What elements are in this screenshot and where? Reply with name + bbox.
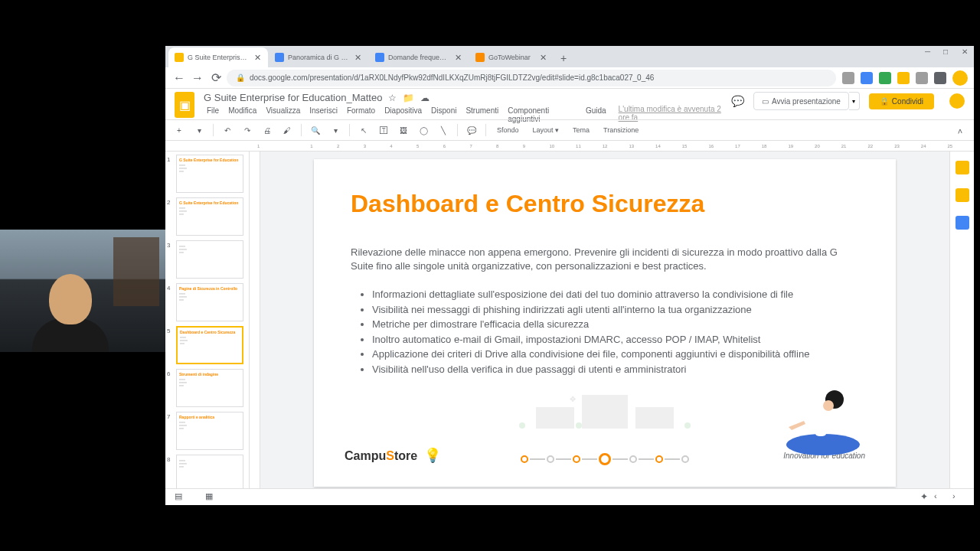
extension-icon[interactable] bbox=[842, 72, 854, 84]
slide-thumbnail[interactable]: Rapporti e analitica━━━━━━━━━━━━ bbox=[176, 412, 243, 450]
tab-close-icon[interactable]: ✕ bbox=[453, 53, 462, 62]
tab-close-icon[interactable]: ✕ bbox=[538, 53, 547, 62]
bullet-item[interactable]: Visibilità nei messaggi di phishing indi… bbox=[372, 302, 859, 318]
app-header: ▣ G Suite Enterprise for Education_Matte… bbox=[165, 89, 974, 119]
paint-format-button[interactable]: 🖌 bbox=[279, 122, 295, 138]
slide-number: 6 bbox=[167, 370, 170, 377]
extension-icon[interactable] bbox=[861, 72, 873, 84]
slide-number: 1 bbox=[167, 156, 170, 163]
new-slide-dropdown[interactable]: ▾ bbox=[191, 122, 207, 138]
textbox-tool[interactable]: 🅃 bbox=[376, 122, 391, 138]
tab-title: Domande frequenti su G Suite E bbox=[388, 54, 450, 61]
slide-thumbnail[interactable]: Dashboard e Centro Sicurezza━━━━━━━━━━━━ bbox=[176, 326, 243, 364]
explore-button[interactable]: ✦ bbox=[920, 491, 928, 504]
extension-icon[interactable] bbox=[897, 72, 910, 84]
star-icon[interactable]: ☆ bbox=[388, 93, 397, 103]
svg-point-3 bbox=[823, 400, 834, 411]
status-bar: ▤ ▦ ✦ ‹ › bbox=[165, 488, 974, 505]
tab-close-icon[interactable]: ✕ bbox=[253, 53, 262, 62]
extension-icon[interactable] bbox=[879, 72, 891, 84]
share-button[interactable]: 🔒 Condividi bbox=[869, 93, 934, 109]
reload-button[interactable]: ⟳ bbox=[208, 70, 224, 86]
slide-thumbnails-panel[interactable]: 1G Suite Enterprise for Education━━━━━━━… bbox=[165, 152, 250, 488]
present-icon: ▭ bbox=[762, 97, 769, 106]
toolbar: + ▾ ↶ ↷ 🖨 🖌 🔍 ▾ ↖ 🅃 🖼 ◯ ╲ 💬 Sfondo Layou… bbox=[165, 119, 974, 141]
window-close[interactable]: ✕ bbox=[962, 47, 971, 57]
new-slide-button[interactable]: + bbox=[172, 122, 187, 138]
comment-tool[interactable]: 💬 bbox=[464, 122, 479, 138]
side-panel-icon[interactable] bbox=[956, 161, 969, 174]
tab-strip: G Suite Enterprise for Education✕Panoram… bbox=[165, 46, 974, 67]
url-text: docs.google.com/presentation/d/1aRX0LNdy… bbox=[250, 73, 654, 82]
browser-tab[interactable]: GoToWebinar✕ bbox=[469, 47, 554, 67]
document-title[interactable]: G Suite Enterprise for Education_Matteo bbox=[204, 92, 382, 103]
horizontal-ruler: 1123456789101112131415161718192021222324… bbox=[165, 141, 974, 152]
slide-thumbnail[interactable]: Strumenti di indagine━━━━━━━━━━━━ bbox=[176, 369, 243, 407]
collapse-toolbar[interactable]: ʌ bbox=[952, 122, 968, 138]
slide-thumbnail[interactable]: ━━━━━━━━━━━━ bbox=[176, 240, 243, 279]
window-minimize[interactable]: ─ bbox=[925, 47, 934, 57]
zoom-dropdown[interactable]: ▾ bbox=[328, 122, 343, 138]
tab-close-icon[interactable]: ✕ bbox=[353, 53, 362, 62]
filmstrip-view-icon[interactable]: ▤ bbox=[175, 491, 187, 504]
present-button[interactable]: ▭ Avvia presentazione bbox=[753, 92, 849, 110]
select-tool[interactable]: ↖ bbox=[356, 122, 371, 138]
zoom-button[interactable]: 🔍 bbox=[308, 122, 323, 138]
slide-thumbnail[interactable]: Pagine di Sicurezza in Controllo━━━━━━━━… bbox=[176, 283, 243, 321]
slides-logo-icon[interactable]: ▣ bbox=[175, 92, 194, 118]
bullet-item[interactable]: Applicazione dei criteri di Drive alla c… bbox=[372, 347, 859, 362]
transition-button[interactable]: Transizione bbox=[599, 125, 643, 135]
side-panel-icon[interactable] bbox=[956, 188, 969, 202]
account-avatar[interactable] bbox=[949, 93, 965, 109]
browser-window: G Suite Enterprise for Education✕Panoram… bbox=[165, 46, 974, 505]
window-maximize[interactable]: □ bbox=[943, 47, 952, 57]
bullet-item[interactable]: Inoltro automatico e-mail di Gmail, impo… bbox=[372, 332, 859, 347]
comments-icon[interactable]: 💬 bbox=[731, 95, 744, 107]
redo-button[interactable]: ↷ bbox=[240, 122, 255, 138]
nav-right[interactable]: › bbox=[952, 491, 965, 504]
nav-left[interactable]: ‹ bbox=[934, 491, 946, 504]
profile-avatar[interactable] bbox=[952, 70, 968, 86]
grid-view-icon[interactable]: ▦ bbox=[205, 491, 217, 504]
side-panel bbox=[949, 152, 974, 488]
slide-thumbnail[interactable]: ━━━━━━━━━━━━ bbox=[176, 455, 243, 488]
slide-number: 8 bbox=[167, 456, 170, 463]
tab-title: G Suite Enterprise for Education bbox=[188, 54, 250, 61]
slide-number: 3 bbox=[167, 242, 170, 249]
browser-tab[interactable]: Domande frequenti su G Suite E✕ bbox=[369, 47, 469, 67]
back-button[interactable]: ← bbox=[172, 70, 187, 86]
cloud-status-icon[interactable]: ☁ bbox=[420, 93, 430, 103]
forward-button[interactable]: → bbox=[190, 70, 205, 86]
bullet-item[interactable]: Visibilità nell'uso della verifica in du… bbox=[372, 362, 859, 377]
slide-bullet-list[interactable]: Informazioni dettagliate sull'esposizion… bbox=[351, 287, 859, 377]
undo-button[interactable]: ↶ bbox=[220, 122, 235, 138]
background-button[interactable]: Sfondo bbox=[492, 125, 524, 135]
bullet-item[interactable]: Informazioni dettagliate sull'esposizion… bbox=[372, 287, 859, 302]
slide-title[interactable]: Dashboard e Centro Sicurezza bbox=[351, 190, 859, 218]
side-panel-icon[interactable] bbox=[956, 216, 969, 230]
image-tool[interactable]: 🖼 bbox=[396, 122, 411, 138]
present-dropdown[interactable]: ▾ bbox=[849, 92, 860, 110]
slide-number: 7 bbox=[167, 413, 170, 420]
browser-tab[interactable]: G Suite Enterprise for Education✕ bbox=[168, 47, 268, 67]
move-folder-icon[interactable]: 📁 bbox=[403, 93, 414, 103]
slide-thumbnail[interactable]: G Suite Enterprise for Education━━━━━━━━… bbox=[176, 155, 243, 193]
shape-tool[interactable]: ◯ bbox=[416, 122, 431, 138]
new-tab-button[interactable]: + bbox=[554, 49, 573, 67]
slide-thumbnail[interactable]: G Suite Enterprise for Education━━━━━━━━… bbox=[176, 197, 243, 236]
extension-icon[interactable] bbox=[916, 72, 928, 84]
browser-tab[interactable]: Panoramica di G Suite Enterp✕ bbox=[269, 47, 368, 67]
lock-icon: 🔒 bbox=[236, 73, 245, 82]
line-tool[interactable]: ╲ bbox=[436, 122, 451, 138]
extension-icon[interactable] bbox=[934, 72, 946, 84]
lock-icon: 🔒 bbox=[880, 97, 889, 106]
slide-number: 2 bbox=[167, 199, 170, 206]
bullet-item[interactable]: Metriche per dimostrare l'efficacia dell… bbox=[372, 317, 859, 332]
layout-button[interactable]: Layout ▾ bbox=[528, 125, 564, 135]
url-input[interactable]: 🔒 docs.google.com/presentation/d/1aRX0LN… bbox=[227, 70, 836, 86]
theme-button[interactable]: Tema bbox=[568, 125, 594, 135]
slide-intro-text[interactable]: Rilevazione delle minacce non appena eme… bbox=[351, 246, 859, 273]
print-button[interactable]: 🖨 bbox=[260, 122, 275, 138]
campustore-logo: CampuStore 💡 bbox=[345, 447, 441, 464]
slide-canvas[interactable]: Dashboard e Centro Sicurezza Rilevazione… bbox=[314, 159, 896, 487]
